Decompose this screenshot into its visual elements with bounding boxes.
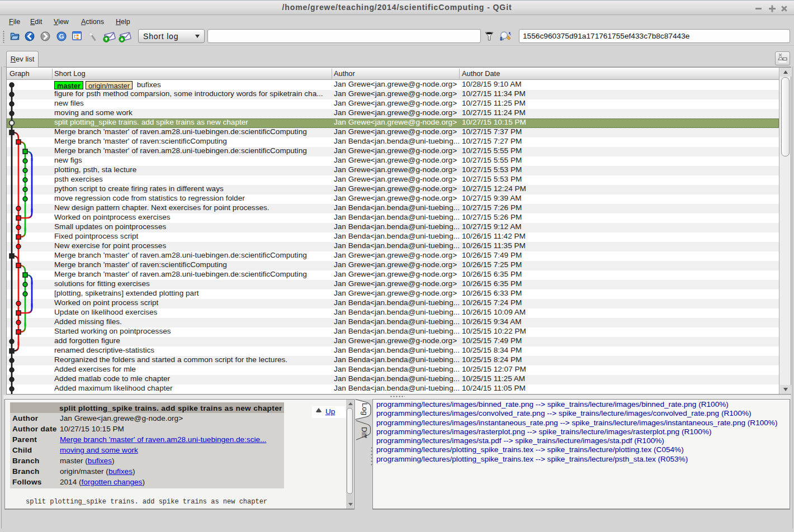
svg-text:G: G [59,33,64,40]
svg-text:Diff: Diff [360,427,368,438]
svg-text:Log: Log [361,403,369,415]
